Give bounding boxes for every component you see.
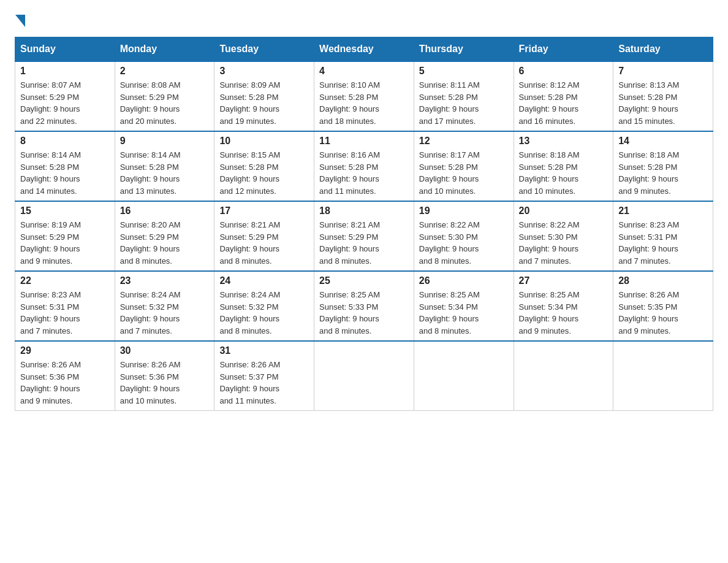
day-number: 1 (20, 66, 110, 77)
calendar-cell: 21 Sunrise: 8:23 AM Sunset: 5:31 PM Dayl… (613, 201, 713, 271)
day-number: 31 (219, 345, 309, 356)
day-number: 6 (519, 66, 609, 77)
header-day-wednesday: Wednesday (314, 37, 414, 62)
day-info: Sunrise: 8:24 AM Sunset: 5:32 PM Dayligh… (219, 290, 280, 335)
day-number: 17 (219, 205, 309, 216)
calendar-week-row: 8 Sunrise: 8:14 AM Sunset: 5:28 PM Dayli… (15, 131, 713, 201)
day-info: Sunrise: 8:26 AM Sunset: 5:37 PM Dayligh… (219, 360, 280, 405)
day-number: 21 (618, 205, 708, 216)
day-number: 22 (20, 275, 110, 286)
day-info: Sunrise: 8:17 AM Sunset: 5:28 PM Dayligh… (419, 150, 480, 196)
calendar-cell (613, 341, 713, 411)
day-info: Sunrise: 8:26 AM Sunset: 5:36 PM Dayligh… (20, 360, 81, 405)
calendar-cell: 7 Sunrise: 8:13 AM Sunset: 5:28 PM Dayli… (613, 61, 713, 131)
calendar-cell: 20 Sunrise: 8:22 AM Sunset: 5:30 PM Dayl… (514, 201, 613, 271)
day-number: 12 (419, 136, 509, 147)
day-number: 3 (219, 66, 309, 77)
day-number: 15 (20, 205, 110, 216)
calendar-cell: 24 Sunrise: 8:24 AM Sunset: 5:32 PM Dayl… (214, 271, 314, 341)
day-info: Sunrise: 8:26 AM Sunset: 5:36 PM Dayligh… (120, 360, 181, 405)
day-number: 23 (120, 275, 210, 286)
day-number: 7 (618, 66, 708, 77)
calendar-week-row: 29 Sunrise: 8:26 AM Sunset: 5:36 PM Dayl… (15, 341, 713, 411)
logo-triangle-icon (15, 15, 25, 27)
day-info: Sunrise: 8:22 AM Sunset: 5:30 PM Dayligh… (519, 220, 580, 266)
calendar-cell: 9 Sunrise: 8:14 AM Sunset: 5:28 PM Dayli… (115, 131, 214, 201)
day-number: 30 (120, 345, 210, 356)
day-info: Sunrise: 8:25 AM Sunset: 5:34 PM Dayligh… (519, 290, 580, 335)
calendar-cell: 4 Sunrise: 8:10 AM Sunset: 5:28 PM Dayli… (314, 61, 414, 131)
day-number: 16 (120, 205, 210, 216)
calendar-cell: 31 Sunrise: 8:26 AM Sunset: 5:37 PM Dayl… (214, 341, 314, 411)
day-info: Sunrise: 8:16 AM Sunset: 5:28 PM Dayligh… (319, 150, 380, 196)
calendar-week-row: 15 Sunrise: 8:19 AM Sunset: 5:29 PM Dayl… (15, 201, 713, 271)
day-number: 29 (20, 345, 110, 356)
day-info: Sunrise: 8:19 AM Sunset: 5:29 PM Dayligh… (20, 220, 81, 266)
calendar-week-row: 1 Sunrise: 8:07 AM Sunset: 5:29 PM Dayli… (15, 61, 713, 131)
calendar-cell: 29 Sunrise: 8:26 AM Sunset: 5:36 PM Dayl… (15, 341, 115, 411)
calendar-cell (314, 341, 414, 411)
calendar-header-row: SundayMondayTuesdayWednesdayThursdayFrid… (15, 37, 713, 62)
day-number: 10 (219, 136, 309, 147)
day-number: 18 (319, 205, 409, 216)
calendar-cell: 11 Sunrise: 8:16 AM Sunset: 5:28 PM Dayl… (314, 131, 414, 201)
calendar-cell: 26 Sunrise: 8:25 AM Sunset: 5:34 PM Dayl… (414, 271, 514, 341)
calendar-cell: 17 Sunrise: 8:21 AM Sunset: 5:29 PM Dayl… (214, 201, 314, 271)
day-info: Sunrise: 8:08 AM Sunset: 5:29 PM Dayligh… (120, 80, 181, 126)
calendar-cell: 19 Sunrise: 8:22 AM Sunset: 5:30 PM Dayl… (414, 201, 514, 271)
day-info: Sunrise: 8:11 AM Sunset: 5:28 PM Dayligh… (419, 80, 480, 126)
day-number: 24 (219, 275, 309, 286)
calendar-cell: 22 Sunrise: 8:23 AM Sunset: 5:31 PM Dayl… (15, 271, 115, 341)
calendar-cell: 18 Sunrise: 8:21 AM Sunset: 5:29 PM Dayl… (314, 201, 414, 271)
day-info: Sunrise: 8:14 AM Sunset: 5:28 PM Dayligh… (120, 150, 181, 196)
header-day-tuesday: Tuesday (214, 37, 314, 62)
day-info: Sunrise: 8:25 AM Sunset: 5:33 PM Dayligh… (319, 290, 380, 335)
calendar-cell: 1 Sunrise: 8:07 AM Sunset: 5:29 PM Dayli… (15, 61, 115, 131)
day-info: Sunrise: 8:07 AM Sunset: 5:29 PM Dayligh… (20, 80, 81, 126)
calendar-cell: 25 Sunrise: 8:25 AM Sunset: 5:33 PM Dayl… (314, 271, 414, 341)
calendar-cell: 2 Sunrise: 8:08 AM Sunset: 5:29 PM Dayli… (115, 61, 214, 131)
calendar-cell: 16 Sunrise: 8:20 AM Sunset: 5:29 PM Dayl… (115, 201, 214, 271)
day-number: 8 (20, 136, 110, 147)
page-header (15, 15, 713, 25)
calendar-cell: 28 Sunrise: 8:26 AM Sunset: 5:35 PM Dayl… (613, 271, 713, 341)
day-info: Sunrise: 8:20 AM Sunset: 5:29 PM Dayligh… (120, 220, 181, 266)
header-day-saturday: Saturday (613, 37, 713, 62)
calendar-cell (414, 341, 514, 411)
header-day-monday: Monday (115, 37, 214, 62)
day-info: Sunrise: 8:26 AM Sunset: 5:35 PM Dayligh… (618, 290, 679, 335)
calendar-cell: 10 Sunrise: 8:15 AM Sunset: 5:28 PM Dayl… (214, 131, 314, 201)
header-day-sunday: Sunday (15, 37, 115, 62)
header-day-thursday: Thursday (414, 37, 514, 62)
day-number: 19 (419, 205, 509, 216)
day-info: Sunrise: 8:25 AM Sunset: 5:34 PM Dayligh… (419, 290, 480, 335)
header-day-friday: Friday (514, 37, 613, 62)
day-number: 26 (419, 275, 509, 286)
day-number: 25 (319, 275, 409, 286)
day-number: 5 (419, 66, 509, 77)
day-info: Sunrise: 8:21 AM Sunset: 5:29 PM Dayligh… (319, 220, 380, 266)
day-info: Sunrise: 8:22 AM Sunset: 5:30 PM Dayligh… (419, 220, 480, 266)
day-info: Sunrise: 8:13 AM Sunset: 5:28 PM Dayligh… (618, 80, 679, 126)
calendar-cell: 3 Sunrise: 8:09 AM Sunset: 5:28 PM Dayli… (214, 61, 314, 131)
day-number: 20 (519, 205, 609, 216)
day-number: 27 (519, 275, 609, 286)
day-info: Sunrise: 8:23 AM Sunset: 5:31 PM Dayligh… (20, 290, 81, 335)
logo (15, 15, 25, 25)
day-info: Sunrise: 8:15 AM Sunset: 5:28 PM Dayligh… (219, 150, 280, 196)
day-number: 14 (618, 136, 708, 147)
day-info: Sunrise: 8:24 AM Sunset: 5:32 PM Dayligh… (120, 290, 181, 335)
day-info: Sunrise: 8:14 AM Sunset: 5:28 PM Dayligh… (20, 150, 81, 196)
calendar-cell: 8 Sunrise: 8:14 AM Sunset: 5:28 PM Dayli… (15, 131, 115, 201)
day-number: 28 (618, 275, 708, 286)
day-info: Sunrise: 8:18 AM Sunset: 5:28 PM Dayligh… (618, 150, 679, 196)
day-info: Sunrise: 8:21 AM Sunset: 5:29 PM Dayligh… (219, 220, 280, 266)
day-info: Sunrise: 8:10 AM Sunset: 5:28 PM Dayligh… (319, 80, 380, 126)
calendar-cell: 6 Sunrise: 8:12 AM Sunset: 5:28 PM Dayli… (514, 61, 613, 131)
day-number: 9 (120, 136, 210, 147)
calendar-cell: 13 Sunrise: 8:18 AM Sunset: 5:28 PM Dayl… (514, 131, 613, 201)
calendar-cell: 12 Sunrise: 8:17 AM Sunset: 5:28 PM Dayl… (414, 131, 514, 201)
calendar-cell: 30 Sunrise: 8:26 AM Sunset: 5:36 PM Dayl… (115, 341, 214, 411)
day-info: Sunrise: 8:23 AM Sunset: 5:31 PM Dayligh… (618, 220, 679, 266)
calendar-cell: 5 Sunrise: 8:11 AM Sunset: 5:28 PM Dayli… (414, 61, 514, 131)
